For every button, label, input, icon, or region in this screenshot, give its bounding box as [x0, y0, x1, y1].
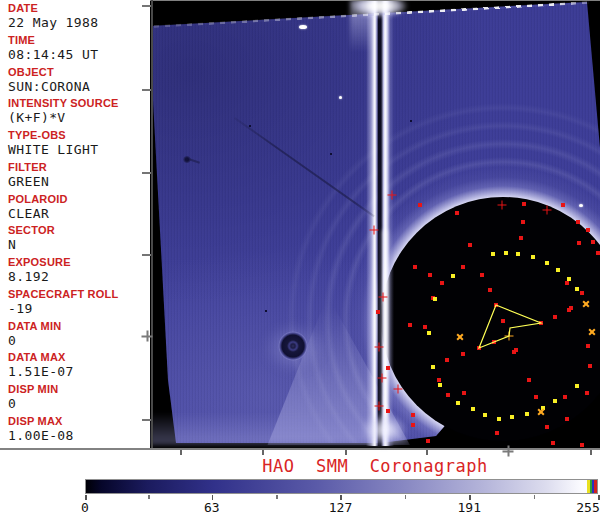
metadata-label: DATA MIN [8, 321, 150, 332]
coronagraph-image[interactable] [150, 0, 600, 448]
colorbar-tick-label: 191 [457, 500, 480, 512]
image-title: HAO SMM Coronagraph [150, 456, 600, 476]
metadata-field: SECTORN [8, 225, 150, 257]
colorbar-minor-tick [148, 495, 150, 499]
metadata-label: DISP MAX [8, 416, 150, 427]
metadata-value: 08:14:45 UT [8, 48, 150, 62]
annotation-overlay [150, 0, 600, 448]
metadata-field: SPACECRAFT ROLL-19 [8, 289, 150, 321]
plot-left-border [151, 0, 153, 448]
bottom-axis-tick [590, 450, 592, 455]
metadata-value: 1.00E-08 [8, 429, 150, 443]
metadata-field: DATA MIN0 [8, 321, 150, 353]
metadata-field: TIME08:14:45 UT [8, 35, 150, 67]
metadata-value: 1.51E-07 [8, 365, 150, 379]
metadata-label: SECTOR [8, 225, 150, 236]
metadata-label: TIME [8, 35, 150, 46]
metadata-value: N [8, 238, 150, 252]
colorbar-tick-label: 0 [81, 500, 89, 512]
metadata-label: EXPOSURE [8, 257, 150, 268]
metadata-label: FILTER [8, 162, 150, 173]
metadata-value: GREEN [8, 175, 150, 189]
metadata-value: SUN:CORONA [8, 80, 150, 94]
metadata-value: 0 [8, 397, 150, 411]
colorbar-tick-label: 127 [329, 500, 352, 512]
colorbar-stripe [594, 480, 597, 493]
left-axis-tick [142, 254, 151, 256]
metadata-field: OBJECTSUN:CORONA [8, 67, 150, 99]
metadata-label: OBJECT [8, 67, 150, 78]
metadata-field: EXPOSURE8.192 [8, 257, 150, 289]
metadata-value: CLEAR [8, 207, 150, 221]
metadata-field: DISP MAX1.00E-08 [8, 416, 150, 448]
left-axis-tick [142, 5, 151, 7]
metadata-label: DATA MAX [8, 352, 150, 363]
metadata-value: 22 May 1988 [8, 16, 150, 30]
metadata-label: INTENSITY SOURCE [8, 98, 150, 109]
metadata-value: -19 [8, 302, 150, 316]
plot-top-border [150, 0, 600, 1]
metadata-value: 0 [8, 334, 150, 348]
metadata-field: POLAROIDCLEAR [8, 194, 150, 226]
bottom-axis-tick [180, 450, 182, 455]
colorbar-minor-tick [405, 495, 407, 499]
metadata-label: DATE [8, 3, 150, 14]
left-axis-tick [142, 89, 151, 91]
metadata-field: TYPE-OBSWHITE LIGHT [8, 130, 150, 162]
left-axis-tick [142, 419, 151, 421]
metadata-value: 8.192 [8, 270, 150, 284]
metadata-panel: DATE22 May 1988TIME08:14:45 UTOBJECTSUN:… [0, 0, 150, 448]
metadata-label: TYPE-OBS [8, 130, 150, 141]
bottom-axis-tick [426, 450, 428, 455]
colorbar-minor-tick [534, 495, 536, 499]
metadata-field: DATA MAX1.51E-07 [8, 352, 150, 384]
metadata-value: WHITE LIGHT [8, 143, 150, 157]
metadata-field: FILTERGREEN [8, 162, 150, 194]
metadata-field: DISP MIN0 [8, 384, 150, 416]
colorbar-gradient [85, 479, 598, 494]
smm-coronagraph-viewer: { "sidebar": { "fields": [ {"label": "DA… [0, 0, 600, 512]
metadata-label: POLAROID [8, 194, 150, 205]
bottom-axis-tick [262, 450, 264, 455]
metadata-label: SPACECRAFT ROLL [8, 289, 150, 300]
colorbar-tick-label: 63 [204, 500, 220, 512]
colorbar-tick-label: 255 [576, 500, 599, 512]
bottom-axis-plus [503, 446, 514, 457]
metadata-field: INTENSITY SOURCE(K+F)*V [8, 98, 150, 130]
metadata-field: DATE22 May 1988 [8, 3, 150, 35]
left-axis-plus [142, 331, 153, 342]
metadata-label: DISP MIN [8, 384, 150, 395]
colorbar-minor-tick [276, 495, 278, 499]
aiming-polygon [479, 305, 541, 348]
metadata-value: (K+F)*V [8, 111, 150, 125]
bottom-axis-tick [345, 450, 347, 455]
left-axis-tick [142, 172, 151, 174]
